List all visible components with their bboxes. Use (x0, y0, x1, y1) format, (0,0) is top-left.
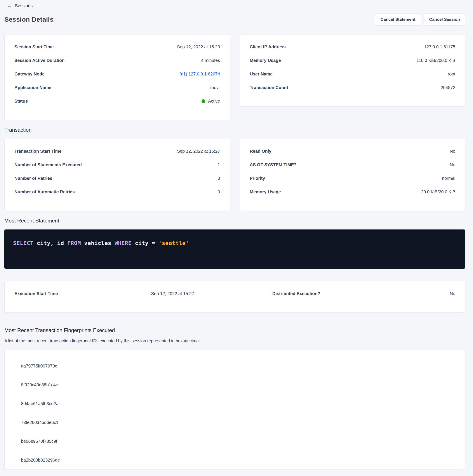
summary-row: Number of Statements Executed 1 (15, 162, 220, 176)
page-title: Session Details (4, 16, 53, 23)
sql-keyword: FROM (67, 240, 81, 246)
back-arrow-icon: ← (7, 3, 12, 8)
sql-table: vehicles (84, 240, 111, 246)
summary-row: Application Name movr (15, 85, 220, 99)
row-label: Number of Statements Executed (15, 162, 82, 167)
session-summary-card-right: Client IP Address 127.0.0.1:51175 Memory… (240, 34, 466, 106)
cancel-session-button[interactable]: Cancel Session (424, 14, 465, 25)
fingerprint-item: ba2b203b823296de (21, 451, 455, 469)
fingerprints-card: aa79775ff097970c 8f920c40d88b1c4e 8d4ae6… (4, 350, 465, 470)
row-label: AS OF SYSTEM TIME? (250, 162, 297, 167)
summary-row: Transaction Count 204572 (250, 85, 456, 99)
execution-start-value: Sep 12, 2022 at 15:27 (151, 291, 272, 296)
distributed-execution-label: Distributed Execution? (272, 291, 450, 296)
session-summary-card-left: Session Start Time Sep 12, 2022 at 15:23… (4, 34, 230, 120)
row-label: Memory Usage (250, 189, 281, 194)
execution-row: Execution Start Time Sep 12, 2022 at 15:… (15, 291, 455, 305)
row-label: Transaction Count (250, 85, 288, 90)
row-label: Transaction Start Time (15, 149, 61, 154)
statement-section-heading: Most Recent Statement (4, 217, 465, 224)
execution-summary-card: Execution Start Time Sep 12, 2022 at 15:… (4, 281, 465, 313)
fingerprint-item: aa79775ff097970c (21, 357, 455, 375)
row-label: Number of Automatic Retries (15, 189, 75, 194)
sql-string-literal: 'seattle' (159, 240, 189, 246)
cancel-statement-button[interactable]: Cancel Statement (375, 14, 421, 25)
fingerprint-item: be06e9570f785c9f (21, 432, 455, 451)
transaction-card-right: Read Only No AS OF SYSTEM TIME? No Prior… (240, 139, 466, 211)
summary-row: Number of Automatic Retries 0 (15, 189, 220, 203)
sql-keyword: SELECT (13, 240, 33, 246)
status-badge: Active (201, 99, 220, 104)
header-actions: Cancel Statement Cancel Session (375, 14, 465, 25)
row-label: Memory Usage (250, 58, 281, 63)
summary-row: Session Start Time Sep 12, 2022 at 15:23 (15, 44, 220, 58)
summary-row: Session Active Duration 4 minutes (15, 58, 220, 71)
transaction-grid: Transaction Start Time Sep 12, 2022 at 1… (4, 139, 465, 211)
session-summary-grid: Session Start Time Sep 12, 2022 at 15:23… (4, 34, 465, 120)
row-value: 110.0 KiB/200.0 KiB (416, 58, 455, 63)
sql-statement-box: SELECTcity, idFROMvehiclesWHEREcity='sea… (4, 229, 465, 269)
summary-row: Memory Usage 20.0 KiB/20.0 KiB (250, 189, 456, 203)
row-label: Read Only (250, 149, 272, 154)
row-value: No (450, 149, 455, 154)
row-label: Session Active Duration (15, 58, 65, 63)
fingerprint-item: 8f920c40d88b1c4e (21, 375, 455, 394)
row-label: Priority (250, 176, 265, 181)
status-value: Active (208, 99, 220, 104)
sql-operator: = (152, 240, 155, 246)
row-value: 0 (217, 189, 220, 194)
summary-row: Priority normal (250, 176, 456, 189)
row-value: Sep 12, 2022 at 15:23 (177, 44, 220, 50)
row-value: 127.0.0.1:51175 (424, 44, 455, 50)
row-label: Status (15, 99, 28, 104)
row-label: Gateway Node (15, 71, 45, 77)
summary-row: Client IP Address 127.0.0.1:51175 (250, 44, 456, 58)
row-value: 0 (217, 176, 220, 181)
back-to-sessions-link[interactable]: ← Sessions (4, 2, 33, 9)
row-value: 1 (217, 162, 220, 167)
row-value: Sep 12, 2022 at 15:27 (177, 149, 220, 154)
row-value: 204572 (441, 85, 455, 90)
row-value: 4 minutes (201, 58, 220, 63)
sql-columns: city, id (37, 240, 64, 246)
row-label: Number of Retries (15, 176, 52, 181)
distributed-execution-value: No (450, 291, 455, 296)
page-header: Session Details Cancel Statement Cancel … (4, 14, 465, 25)
fingerprints-description: A list of the most recent transaction fi… (4, 338, 465, 344)
execution-start-label: Execution Start Time (15, 291, 151, 296)
session-details-page: ← Sessions Session Details Cancel Statem… (0, 0, 473, 470)
row-label: Application Name (15, 85, 51, 90)
transaction-card-left: Transaction Start Time Sep 12, 2022 at 1… (4, 139, 230, 211)
fingerprint-item: 8d4ae61a5fb3ce2a (21, 394, 455, 413)
sql-column: city (135, 240, 148, 246)
summary-row: AS OF SYSTEM TIME? No (250, 162, 456, 176)
row-value: 20.0 KiB/20.0 KiB (421, 189, 455, 194)
summary-row: Memory Usage 110.0 KiB/200.0 KiB (250, 58, 456, 71)
summary-row: User Name root (250, 71, 456, 85)
summary-row: Gateway Node (n1) 127.0.0.1:62674 (15, 71, 220, 85)
row-value: No (450, 162, 455, 167)
row-value: movr (210, 85, 220, 90)
transaction-section-heading: Transaction (4, 126, 465, 134)
row-value: normal (442, 176, 455, 181)
row-label: Session Start Time (15, 44, 54, 50)
fingerprints-section-heading: Most Recent Transaction Fingerprints Exe… (4, 327, 465, 334)
fingerprint-item: 73fe26034bd6e6c1 (21, 413, 455, 432)
summary-row: Number of Retries 0 (15, 176, 220, 189)
row-value: root (448, 71, 455, 77)
summary-row: Status Active (15, 99, 220, 112)
back-link-label: Sessions (15, 3, 33, 8)
sql-keyword: WHERE (114, 240, 131, 246)
status-active-dot-icon (201, 99, 205, 103)
summary-row: Read Only No (250, 149, 456, 162)
gateway-node-link[interactable]: (n1) 127.0.0.1:62674 (179, 71, 220, 77)
row-label: User Name (250, 71, 273, 77)
summary-row: Transaction Start Time Sep 12, 2022 at 1… (15, 149, 220, 162)
row-label: Client IP Address (250, 44, 286, 50)
